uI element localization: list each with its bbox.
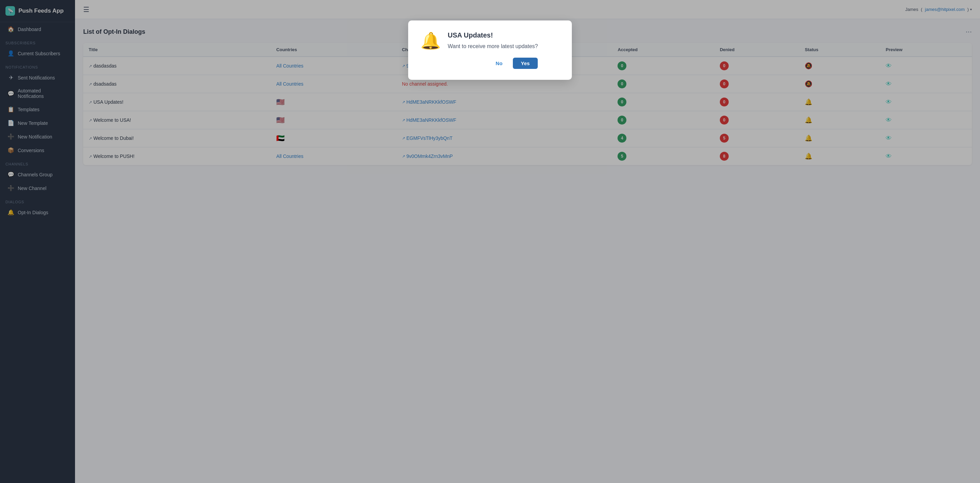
modal-text: Want to receive more latest updates?	[448, 43, 538, 49]
modal-body: USA Updates! Want to receive more latest…	[448, 31, 538, 69]
modal-yes-button[interactable]: Yes	[513, 57, 538, 69]
opt-in-modal: 🔔 USA Updates! Want to receive more late…	[408, 21, 572, 80]
modal-icon: 🔔	[420, 31, 441, 51]
modal-no-button[interactable]: No	[490, 57, 509, 69]
modal-overlay: 🔔 USA Updates! Want to receive more late…	[0, 0, 980, 483]
modal-title: USA Updates!	[448, 31, 538, 39]
modal-actions: No Yes	[448, 57, 538, 69]
